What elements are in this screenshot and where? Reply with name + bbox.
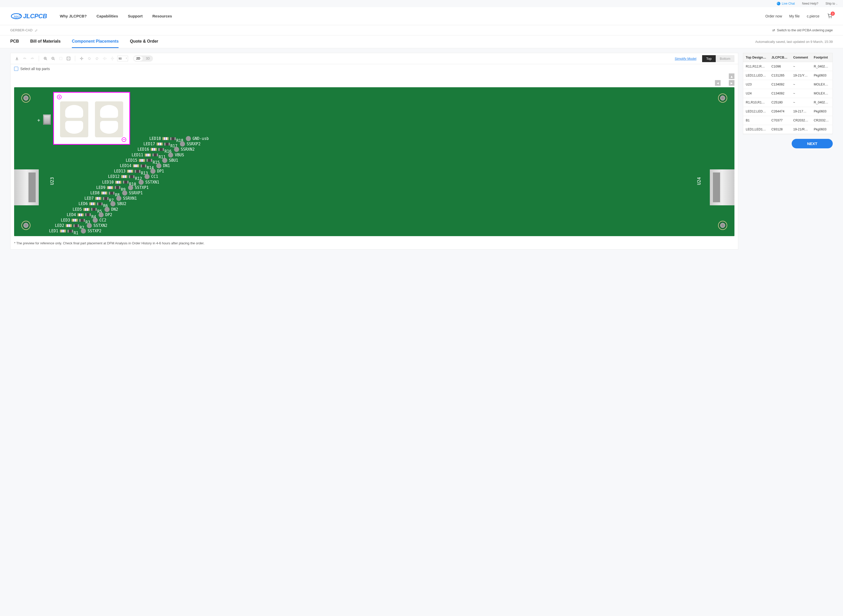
tab-bom[interactable]: Bill of Materials — [30, 35, 60, 48]
need-help-link[interactable]: Need Help? — [802, 2, 818, 5]
resistor-component[interactable] — [158, 148, 164, 151]
led-component[interactable] — [95, 197, 101, 200]
rotation-input[interactable]: 90° — [117, 56, 128, 62]
col-comment[interactable]: Comment — [791, 53, 811, 62]
table-row[interactable]: U23C134092~MOLEX1... — [743, 80, 833, 89]
resistor-component[interactable] — [79, 219, 85, 222]
component-row[interactable]: LED16R16SSRXN2 — [138, 147, 195, 152]
led-component[interactable] — [157, 142, 163, 145]
download-icon[interactable] — [14, 56, 20, 62]
component-row[interactable]: LED3R3CC2 — [61, 218, 106, 223]
tab-placements[interactable]: Component Placements — [72, 35, 119, 48]
led-component[interactable] — [121, 175, 127, 178]
nav-right-button[interactable]: ▸ — [729, 80, 735, 86]
nav-capabilities[interactable]: Capabilities — [97, 14, 118, 18]
resistor-component[interactable] — [109, 192, 114, 195]
led-component[interactable] — [127, 170, 133, 173]
zoom-in-icon[interactable] — [43, 56, 48, 62]
pcb-preview[interactable]: + + − U23 U24 LED18R18GND-usbLED17R17SSR… — [14, 87, 735, 236]
led-component[interactable] — [107, 186, 113, 189]
led-component[interactable] — [72, 219, 78, 222]
led-component[interactable] — [115, 181, 122, 184]
fit-selection-icon[interactable] — [58, 56, 64, 62]
live-chat-link[interactable]: Live Chat — [777, 2, 795, 5]
resistor-component[interactable] — [85, 213, 91, 216]
component-row[interactable]: LED10R10SSTXN1 — [102, 180, 159, 185]
resistor-component[interactable] — [97, 202, 103, 205]
resistor-component[interactable] — [141, 164, 146, 167]
nav-support[interactable]: Support — [128, 14, 143, 18]
component-row[interactable]: LED15R15SBU1 — [126, 158, 178, 163]
nav-left-button[interactable]: ◂ — [715, 80, 721, 86]
resistor-component[interactable] — [152, 154, 158, 156]
col-footprint[interactable]: Footprint — [811, 53, 832, 62]
tab-pcb[interactable]: PCB — [10, 35, 19, 48]
resistor-component[interactable] — [129, 175, 135, 178]
user-menu[interactable]: c.pierce — [807, 14, 820, 18]
move-icon[interactable] — [79, 56, 84, 62]
component-row[interactable]: LED8R8SSRXP1 — [90, 191, 143, 196]
component-row[interactable]: LED14R14DN1 — [120, 163, 170, 169]
component-row[interactable]: LED6R6SBU2 — [79, 201, 126, 206]
usb-connector-u24[interactable] — [710, 169, 735, 205]
resistor-component[interactable] — [123, 181, 129, 183]
flip-h-icon[interactable] — [102, 56, 107, 62]
my-file-link[interactable]: My file — [789, 14, 800, 18]
component-row[interactable]: LED12R12CC1 — [108, 174, 158, 179]
next-button[interactable]: NEXT — [792, 139, 833, 148]
component-row[interactable]: LED4R4DP2 — [67, 212, 112, 217]
component-row[interactable]: LED9R9SSTXP1 — [96, 185, 149, 190]
layer-top-button[interactable]: Top — [702, 55, 716, 62]
redo-icon[interactable] — [29, 56, 35, 62]
resistor-component[interactable] — [115, 186, 120, 189]
flip-v-icon[interactable] — [110, 56, 115, 62]
resistor-component[interactable] — [67, 230, 73, 233]
simplify-model-link[interactable]: Simplify Model — [674, 57, 696, 60]
rotate-cw-icon[interactable] — [94, 56, 100, 62]
table-row[interactable]: R11,R12,R13,R15...C1096~R_0402_... — [743, 62, 833, 71]
table-row[interactable]: LED11,LED13,LE...C13126519-21/Y2...Pkg06… — [743, 71, 833, 80]
table-row[interactable]: LED1,LED10,LED...C9312819-21/R6...Pkg060… — [743, 125, 833, 134]
undo-icon[interactable] — [22, 56, 28, 62]
component-row[interactable]: LED5R5DN2 — [73, 207, 118, 212]
component-row[interactable]: LED1R1SSTXP2 — [49, 229, 101, 233]
led-component[interactable] — [101, 191, 107, 195]
component-row[interactable]: LED11R11VBUS — [132, 153, 184, 158]
led-component[interactable] — [163, 137, 169, 140]
layer-bottom-button[interactable]: Bottom — [716, 55, 735, 62]
table-row[interactable]: B1C70377CR2032-...CR2032_... — [743, 116, 833, 125]
resistor-component[interactable] — [164, 143, 170, 145]
table-row[interactable]: U24C134092~MOLEX1... — [743, 89, 833, 98]
view-2d-button[interactable]: 2D — [134, 56, 143, 61]
led-component[interactable] — [145, 154, 151, 157]
resistor-component[interactable] — [147, 159, 152, 162]
tab-quote[interactable]: Quote & Order — [130, 35, 158, 48]
resistor-component[interactable] — [135, 170, 140, 173]
order-now-link[interactable]: Order now — [765, 14, 782, 18]
table-row[interactable]: LED12,LED15,LE...C26447419-217UY...Pkg06… — [743, 107, 833, 116]
led-component[interactable] — [89, 202, 95, 205]
nav-resources[interactable]: Resources — [152, 14, 172, 18]
resistor-component[interactable] — [91, 208, 97, 211]
component-row[interactable]: LED17R17SSRXP2 — [144, 141, 201, 147]
led-component[interactable] — [78, 213, 84, 216]
col-part[interactable]: JLCPCB Part # — [769, 53, 791, 62]
col-designator[interactable]: Top Designator — [743, 53, 769, 62]
rotate-ccw-icon[interactable] — [86, 56, 92, 62]
component-row[interactable]: LED13R13DP1 — [114, 169, 164, 174]
led-component[interactable] — [60, 229, 66, 233]
resistor-component[interactable] — [73, 224, 79, 227]
resistor-component[interactable] — [103, 197, 108, 200]
fit-screen-icon[interactable] — [66, 56, 71, 62]
component-row[interactable]: LED18R18GND-usb — [150, 136, 209, 141]
component-row[interactable]: LED7R7SSRXN1 — [84, 196, 137, 201]
led-component[interactable] — [151, 148, 157, 151]
switch-old-page-link[interactable]: Switch to the old PCBA ordering page — [772, 28, 833, 32]
led-component[interactable] — [133, 164, 139, 167]
usb-connector-u23[interactable] — [14, 169, 39, 205]
led-component[interactable] — [139, 159, 145, 162]
ship-to-dropdown[interactable]: Ship to⌄ — [825, 2, 838, 5]
logo[interactable]: J@LC JLCPCB — [10, 12, 47, 20]
component-row[interactable]: LED2R2SSTXN2 — [55, 223, 107, 228]
table-row[interactable]: R1,R10,R14,R16,...C25180~R_0402_... — [743, 98, 833, 107]
